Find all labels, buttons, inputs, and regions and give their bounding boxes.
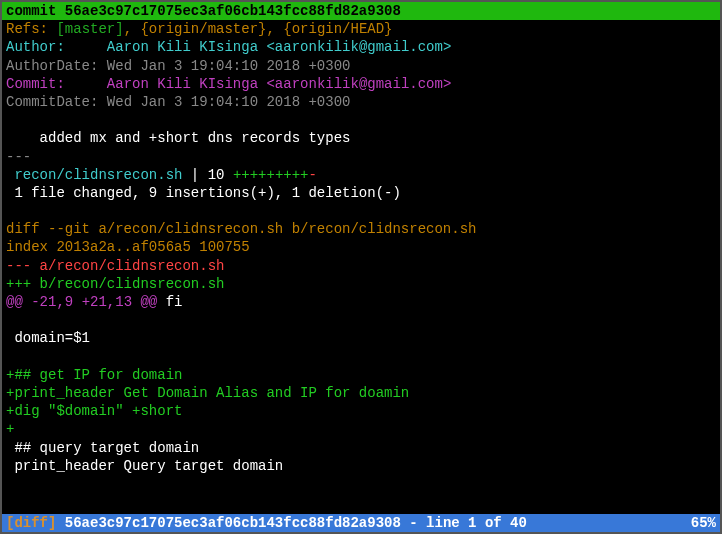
author-label: Author: [6, 39, 107, 55]
status-mode: [diff] [6, 515, 65, 531]
author-line: Author: Aaron Kili KIsinga <aaronkilik@g… [2, 38, 720, 56]
refs-line: Refs: [master], {origin/master}, {origin… [2, 20, 720, 38]
diff-content: commit 56ae3c97c17075ec3af06cb143fcc88fd… [2, 2, 720, 514]
blank-line-4 [2, 348, 720, 366]
commit-author-name: Aaron Kili KIsinga [107, 76, 267, 92]
commit-author-email: <aaronkilik@gmail.com> [266, 76, 451, 92]
diffstat-plus: +++++++++ [233, 167, 309, 183]
index-line: index 2013a2a..af056a5 100755 [2, 238, 720, 256]
terminal-viewer[interactable]: commit 56ae3c97c17075ec3af06cb143fcc88fd… [2, 2, 720, 532]
summary-line: 1 file changed, 9 insertions(+), 1 delet… [2, 184, 720, 202]
diffstat-count: 10 [208, 167, 233, 183]
refs-sep2: , [266, 21, 283, 37]
commit-date-value: Wed Jan 3 19:04:10 2018 +0300 [107, 94, 351, 110]
ctx-line-1: ## query target domain [2, 439, 720, 457]
separator: --- [2, 148, 720, 166]
hunk-new: +21,13 [82, 294, 141, 310]
commit-author-line: Commit: Aaron Kili KIsinga <aaronkilik@g… [2, 75, 720, 93]
author-date-line: AuthorDate: Wed Jan 3 19:04:10 2018 +030… [2, 57, 720, 75]
status-percent: 65% [691, 514, 716, 532]
diff-header: diff --git a/recon/clidnsrecon.sh b/reco… [2, 220, 720, 238]
diffstat-minus: - [309, 167, 317, 183]
hunk-old: -21,9 [31, 294, 81, 310]
blank-line-3 [2, 311, 720, 329]
commit-date-label: CommitDate: [6, 94, 107, 110]
diffstat-line: recon/clidnsrecon.sh | 10 +++++++++- [2, 166, 720, 184]
add-line-4: + [2, 420, 720, 438]
hunk-header: @@ -21,9 +21,13 @@ fi [2, 293, 720, 311]
refs-origin-head: {origin/HEAD} [283, 21, 392, 37]
commit-prefix: commit [6, 3, 65, 19]
refs-master: [master] [56, 21, 123, 37]
blank-line [2, 111, 720, 129]
commit-header-line: commit 56ae3c97c17075ec3af06cb143fcc88fd… [2, 2, 720, 20]
commit-author-label: Commit: [6, 76, 107, 92]
new-file-line: +++ b/recon/clidnsrecon.sh [2, 275, 720, 293]
author-date-value: Wed Jan 3 19:04:10 2018 +0300 [107, 58, 351, 74]
author-name: Aaron Kili KIsinga [107, 39, 267, 55]
status-hash: 56ae3c97c17075ec3af06cb143fcc88fd82a9308 [65, 515, 401, 531]
commit-hash: 56ae3c97c17075ec3af06cb143fcc88fd82a9308 [65, 3, 401, 19]
blank-line-2 [2, 202, 720, 220]
refs-prefix: Refs: [6, 21, 56, 37]
hunk-marker: @@ [6, 294, 31, 310]
status-position: - line 1 of 40 [401, 515, 527, 531]
author-email: <aaronkilik@gmail.com> [266, 39, 451, 55]
author-date-label: AuthorDate: [6, 58, 107, 74]
add-line-3: +dig "$domain" +short [2, 402, 720, 420]
add-line-2: +print_header Get Domain Alias and IP fo… [2, 384, 720, 402]
commit-message: added mx and +short dns records types [2, 129, 720, 147]
add-line-1: +## get IP for domain [2, 366, 720, 384]
diffstat-pipe: | [182, 167, 207, 183]
ctx-line-2: print_header Query target domain [2, 457, 720, 475]
hunk-context: fi [166, 294, 183, 310]
status-bar: [diff] 56ae3c97c17075ec3af06cb143fcc88fd… [2, 514, 720, 532]
commit-date-line: CommitDate: Wed Jan 3 19:04:10 2018 +030… [2, 93, 720, 111]
diffstat-file: recon/clidnsrecon.sh [6, 167, 182, 183]
refs-origin-master: {origin/master} [140, 21, 266, 37]
refs-sep1: , [124, 21, 141, 37]
old-file-line: --- a/recon/clidnsrecon.sh [2, 257, 720, 275]
code-domain: domain=$1 [2, 329, 720, 347]
hunk-marker2: @@ [140, 294, 165, 310]
